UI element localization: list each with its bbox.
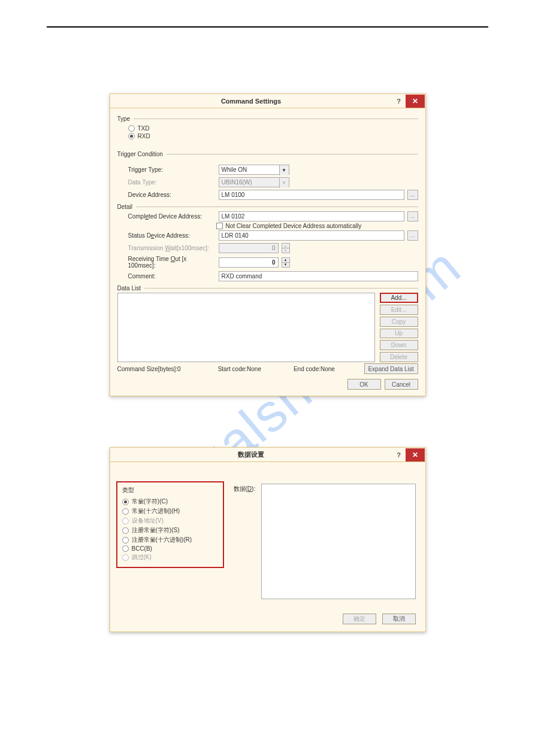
- completed-addr-input[interactable]: LM 0102: [219, 211, 404, 221]
- status-addr-label: Status Device Address:: [128, 232, 215, 239]
- data-textarea[interactable]: [261, 484, 416, 599]
- device-address-label: Device Address:: [128, 192, 215, 198]
- data-type-label: Data Type:: [128, 179, 215, 186]
- type-reg-const-char-radio[interactable]: 注册常量(字符)(S): [122, 526, 218, 535]
- up-button: Up: [380, 329, 418, 339]
- close-icon[interactable]: ✕: [406, 448, 425, 462]
- cancel-button[interactable]: Cancel: [385, 379, 418, 390]
- datalist-section-label: Data List: [117, 285, 141, 292]
- down-button: Down: [380, 340, 418, 350]
- type-radio-group: 类型 常量(字符)(C) 常量(十六进制)(H) 设备地址(V) 注册常量(字符…: [116, 481, 224, 568]
- status-addr-browse[interactable]: …: [407, 230, 418, 241]
- start-code-label: Start code:None: [218, 366, 261, 372]
- help-button[interactable]: ?: [392, 451, 406, 459]
- trigger-type-select[interactable]: While ON ▼: [219, 165, 289, 175]
- trans-wait-spinner: ▲▼: [282, 243, 290, 253]
- type-bcc-radio[interactable]: BCC(B): [122, 545, 218, 552]
- comment-label: Comment:: [128, 273, 215, 280]
- close-icon[interactable]: ✕: [406, 95, 425, 108]
- not-clear-checkbox[interactable]: Not Clear Completed Device Address autom…: [117, 223, 418, 229]
- end-code-label: End code:None: [294, 366, 335, 372]
- data-list-area[interactable]: [117, 293, 375, 362]
- completed-addr-label: Completed Device Address:: [128, 213, 215, 220]
- trigger-type-label: Trigger Type:: [128, 166, 215, 173]
- data-label: 数据(D):: [234, 485, 256, 493]
- chevron-down-icon: ▼: [279, 165, 289, 175]
- confirm-button: 确定: [343, 614, 376, 624]
- type-const-char-radio[interactable]: 常量(字符)(C): [122, 497, 218, 506]
- edit-button: Edit...: [380, 305, 418, 315]
- data-settings-dialog: 数据设置 ? ✕ 类型 常量(字符)(C) 常量(十六进制)(H) 设备地址(V…: [110, 447, 426, 632]
- comment-input[interactable]: RXD command: [219, 271, 418, 281]
- device-address-input[interactable]: LM 0100: [219, 190, 404, 200]
- type-group-label: 类型: [122, 486, 218, 494]
- data-type-select: UBIN16(W) ▼: [219, 177, 289, 187]
- dialog2-title: 数据设置: [110, 450, 392, 459]
- help-button[interactable]: ?: [392, 98, 406, 105]
- trigger-section-label: Trigger Condition: [117, 151, 163, 157]
- type-device-addr-radio: 设备地址(V): [122, 516, 218, 526]
- type-skip-radio: 跳过(K): [122, 552, 218, 562]
- recv-timeout-spinner[interactable]: ▲▼: [282, 257, 290, 268]
- dialog1-title: Command Settings: [110, 98, 392, 105]
- trans-wait-input: 0: [219, 243, 279, 253]
- copy-button: Copy: [380, 317, 418, 327]
- type-reg-const-hex-radio[interactable]: 注册常量(十六进制)(R): [122, 535, 218, 545]
- trans-wait-label: Transmission Wait[x100msec]:: [128, 245, 215, 251]
- type-const-hex-radio[interactable]: 常量(十六进制)(H): [122, 506, 218, 516]
- device-address-browse[interactable]: …: [407, 190, 418, 200]
- add-button[interactable]: Add...: [380, 293, 418, 303]
- status-addr-input[interactable]: LDR 0140: [219, 230, 404, 241]
- expand-datalist-button[interactable]: Expand Data List: [364, 363, 418, 374]
- chevron-down-icon: ▼: [279, 178, 289, 188]
- recv-timeout-label: Receiving Time Out [x 100msec]:: [128, 256, 215, 269]
- ok-button[interactable]: OK: [347, 379, 381, 390]
- recv-timeout-input[interactable]: 0: [219, 257, 279, 268]
- delete-button: Delete: [380, 352, 418, 362]
- completed-addr-browse[interactable]: …: [407, 211, 418, 221]
- command-size-label: Command Size[bytes]:0: [117, 366, 181, 372]
- type-rxd-radio[interactable]: RXD: [128, 132, 418, 140]
- type-txd-radio[interactable]: TXD: [128, 125, 418, 132]
- detail-section-label: Detail: [117, 204, 133, 210]
- type-section-label: Type: [117, 116, 131, 122]
- cancel-button[interactable]: 取消: [382, 614, 416, 624]
- command-settings-dialog: Command Settings ? ✕ Type TXD RXD Trigge…: [110, 93, 426, 396]
